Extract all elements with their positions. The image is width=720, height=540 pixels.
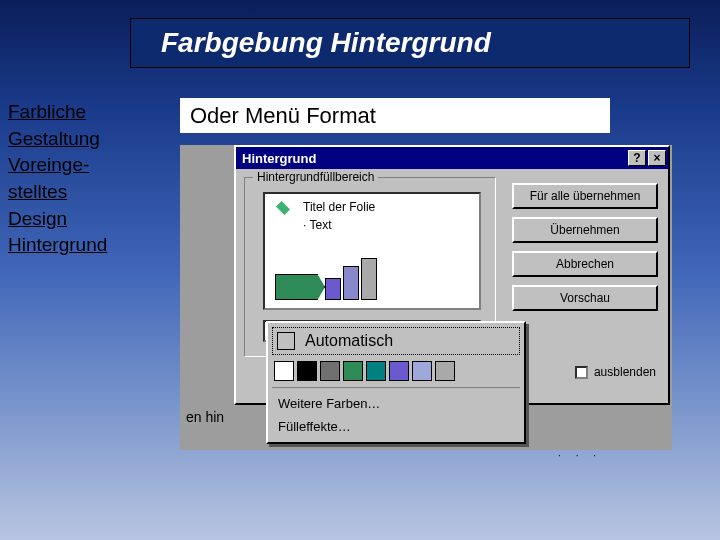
sidebar-item-voreinge[interactable]: Voreinge- xyxy=(8,153,138,178)
color-swatch[interactable] xyxy=(343,361,363,381)
sidebar-item-farbliche[interactable]: Farbliche xyxy=(8,100,138,125)
dialog-title: Hintergrund xyxy=(242,151,316,166)
subtitle-text: Oder Menü Format xyxy=(190,103,376,129)
preview-button[interactable]: Vorschau xyxy=(512,285,658,311)
color-swatch[interactable] xyxy=(274,361,294,381)
slide-thumbnail-icon xyxy=(271,198,295,218)
color-swatch-row xyxy=(272,359,520,388)
dialog-titlebar[interactable]: Hintergrund ? × xyxy=(236,147,668,169)
bar-icon xyxy=(325,278,341,300)
apply-button[interactable]: Übernehmen xyxy=(512,217,658,243)
preview-chart-icon xyxy=(275,258,377,300)
groupbox-label: Hintergrundfüllbereich xyxy=(253,170,378,184)
preview-slide-bullet: · Text xyxy=(303,218,331,232)
help-button[interactable]: ? xyxy=(628,150,646,166)
partial-text: en hin xyxy=(186,409,224,425)
more-colors-item[interactable]: Weitere Farben… xyxy=(272,392,520,415)
auto-swatch-icon xyxy=(277,332,295,350)
page-title: Farbgebung Hintergrund xyxy=(161,27,491,59)
color-swatch[interactable] xyxy=(435,361,455,381)
bar-icon xyxy=(361,258,377,300)
color-swatch[interactable] xyxy=(412,361,432,381)
fill-effects-item[interactable]: Fülleffekte… xyxy=(272,415,520,438)
checkbox-icon[interactable] xyxy=(575,366,588,379)
slide-preview: Titel der Folie · Text xyxy=(263,192,481,310)
flow-arrow-icon xyxy=(275,274,325,300)
subtitle: Oder Menü Format xyxy=(180,98,610,133)
color-swatch[interactable] xyxy=(297,361,317,381)
automatic-label: Automatisch xyxy=(305,332,393,350)
dialog-buttons: Für alle übernehmen Übernehmen Abbrechen… xyxy=(512,183,658,311)
sidebar-item-design[interactable]: Design xyxy=(8,207,138,232)
color-swatch[interactable] xyxy=(389,361,409,381)
sidebar: Farbliche Gestaltung Voreinge- stelltes … xyxy=(8,100,138,260)
page-title-bar: Farbgebung Hintergrund xyxy=(130,18,690,68)
sidebar-item-stelltes[interactable]: stelltes xyxy=(8,180,138,205)
apply-all-button[interactable]: Für alle übernehmen xyxy=(512,183,658,209)
preview-slide-title: Titel der Folie xyxy=(303,200,375,214)
color-picker-popup: Automatisch Weitere Farben… Fülleffekte… xyxy=(266,321,526,444)
automatic-color-item[interactable]: Automatisch xyxy=(272,327,520,355)
cancel-button[interactable]: Abbrechen xyxy=(512,251,658,277)
sidebar-item-hintergrund[interactable]: Hintergrund xyxy=(8,233,138,258)
color-swatch[interactable] xyxy=(366,361,386,381)
close-button[interactable]: × xyxy=(648,150,666,166)
ruler-dots-horizontal-icon: · · · xyxy=(558,450,602,461)
hide-checkbox-row[interactable]: ausblenden xyxy=(575,365,656,379)
color-swatch[interactable] xyxy=(320,361,340,381)
checkbox-label: ausblenden xyxy=(594,365,656,379)
bar-icon xyxy=(343,266,359,300)
sidebar-item-gestaltung[interactable]: Gestaltung xyxy=(8,127,138,152)
dialog-area: ⋮⋮⋮ · · · en hin Hintergrund ? × Hinterg… xyxy=(180,145,672,507)
